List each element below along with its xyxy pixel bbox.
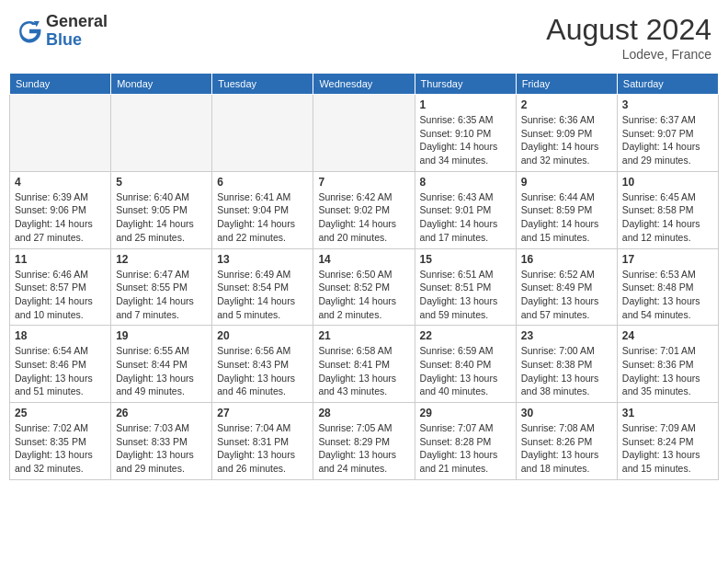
weekday-header-thursday: Thursday — [415, 74, 516, 95]
calendar-cell — [111, 95, 212, 172]
calendar-cell: 23Sunrise: 7:00 AM Sunset: 8:38 PM Dayli… — [516, 326, 617, 403]
calendar-cell: 17Sunrise: 6:53 AM Sunset: 8:48 PM Dayli… — [617, 248, 718, 326]
calendar-cell: 9Sunrise: 6:44 AM Sunset: 8:59 PM Daylig… — [516, 171, 617, 248]
calendar-cell: 1Sunrise: 6:35 AM Sunset: 9:10 PM Daylig… — [415, 95, 516, 172]
calendar-cell: 25Sunrise: 7:02 AM Sunset: 8:35 PM Dayli… — [10, 403, 111, 480]
day-info: Sunrise: 7:07 AM Sunset: 8:28 PM Dayligh… — [420, 421, 511, 476]
calendar-cell: 7Sunrise: 6:42 AM Sunset: 9:02 PM Daylig… — [313, 171, 415, 248]
day-info: Sunrise: 6:43 AM Sunset: 9:01 PM Dayligh… — [420, 190, 511, 245]
day-number: 15 — [420, 253, 511, 266]
day-number: 3 — [622, 98, 713, 111]
calendar-cell: 22Sunrise: 6:59 AM Sunset: 8:40 PM Dayli… — [415, 326, 516, 403]
day-number: 16 — [521, 253, 612, 266]
calendar-cell — [212, 95, 313, 172]
header: General Blue August 2024 Lodeve, France — [9, 9, 719, 65]
day-info: Sunrise: 6:50 AM Sunset: 8:52 PM Dayligh… — [318, 268, 409, 322]
week-row-1: 1Sunrise: 6:35 AM Sunset: 9:10 PM Daylig… — [10, 95, 719, 172]
day-number: 22 — [420, 329, 511, 342]
calendar-cell: 24Sunrise: 7:01 AM Sunset: 8:36 PM Dayli… — [617, 326, 718, 403]
day-info: Sunrise: 6:35 AM Sunset: 9:10 PM Dayligh… — [420, 113, 511, 167]
calendar-cell: 16Sunrise: 6:52 AM Sunset: 8:49 PM Dayli… — [516, 248, 617, 326]
day-number: 12 — [116, 253, 207, 266]
day-number: 29 — [420, 407, 511, 419]
day-number: 11 — [15, 253, 106, 266]
day-info: Sunrise: 7:09 AM Sunset: 8:24 PM Dayligh… — [622, 421, 713, 476]
day-number: 1 — [420, 98, 511, 111]
calendar-cell: 12Sunrise: 6:47 AM Sunset: 8:55 PM Dayli… — [111, 248, 212, 326]
calendar-cell: 21Sunrise: 6:58 AM Sunset: 8:41 PM Dayli… — [313, 326, 415, 403]
day-number: 28 — [318, 407, 409, 419]
day-number: 24 — [622, 329, 713, 342]
day-info: Sunrise: 6:59 AM Sunset: 8:40 PM Dayligh… — [420, 344, 511, 398]
day-number: 27 — [217, 407, 308, 419]
calendar-cell: 2Sunrise: 6:36 AM Sunset: 9:09 PM Daylig… — [516, 95, 617, 172]
week-row-5: 25Sunrise: 7:02 AM Sunset: 8:35 PM Dayli… — [10, 403, 719, 480]
calendar-cell: 18Sunrise: 6:54 AM Sunset: 8:46 PM Dayli… — [10, 326, 111, 403]
day-number: 17 — [622, 253, 713, 266]
location: Lodeve, France — [546, 47, 711, 62]
calendar-cell — [313, 95, 415, 172]
day-number: 19 — [116, 329, 207, 342]
day-number: 2 — [521, 98, 612, 111]
day-info: Sunrise: 7:03 AM Sunset: 8:33 PM Dayligh… — [116, 421, 207, 476]
calendar-cell: 3Sunrise: 6:37 AM Sunset: 9:07 PM Daylig… — [617, 95, 718, 172]
day-info: Sunrise: 7:04 AM Sunset: 8:31 PM Dayligh… — [217, 421, 308, 476]
calendar-cell: 5Sunrise: 6:40 AM Sunset: 9:05 PM Daylig… — [111, 171, 212, 248]
calendar-table: SundayMondayTuesdayWednesdayThursdayFrid… — [9, 73, 719, 480]
day-info: Sunrise: 7:08 AM Sunset: 8:26 PM Dayligh… — [521, 421, 612, 476]
day-number: 5 — [116, 176, 207, 189]
day-number: 23 — [521, 329, 612, 342]
calendar-cell: 20Sunrise: 6:56 AM Sunset: 8:43 PM Dayli… — [212, 326, 313, 403]
weekday-header-monday: Monday — [111, 74, 212, 95]
day-number: 10 — [622, 176, 713, 189]
weekday-header-wednesday: Wednesday — [313, 74, 415, 95]
day-info: Sunrise: 6:55 AM Sunset: 8:44 PM Dayligh… — [116, 344, 207, 398]
day-number: 13 — [217, 253, 308, 266]
calendar-cell: 11Sunrise: 6:46 AM Sunset: 8:57 PM Dayli… — [10, 248, 111, 326]
day-info: Sunrise: 6:52 AM Sunset: 8:49 PM Dayligh… — [521, 268, 612, 322]
weekday-header-saturday: Saturday — [617, 74, 718, 95]
day-info: Sunrise: 6:47 AM Sunset: 8:55 PM Dayligh… — [116, 268, 207, 322]
calendar-cell: 26Sunrise: 7:03 AM Sunset: 8:33 PM Dayli… — [111, 403, 212, 480]
day-info: Sunrise: 6:45 AM Sunset: 8:58 PM Dayligh… — [622, 190, 713, 245]
calendar-cell: 27Sunrise: 7:04 AM Sunset: 8:31 PM Dayli… — [212, 403, 313, 480]
day-info: Sunrise: 6:46 AM Sunset: 8:57 PM Dayligh… — [15, 268, 106, 322]
calendar-cell: 29Sunrise: 7:07 AM Sunset: 8:28 PM Dayli… — [415, 403, 516, 480]
day-info: Sunrise: 7:01 AM Sunset: 8:36 PM Dayligh… — [622, 344, 713, 398]
logo-icon — [17, 18, 42, 44]
calendar-cell: 8Sunrise: 6:43 AM Sunset: 9:01 PM Daylig… — [415, 171, 516, 248]
day-info: Sunrise: 6:36 AM Sunset: 9:09 PM Dayligh… — [521, 113, 612, 167]
calendar-cell: 30Sunrise: 7:08 AM Sunset: 8:26 PM Dayli… — [516, 403, 617, 480]
calendar-cell — [10, 95, 111, 172]
day-info: Sunrise: 6:53 AM Sunset: 8:48 PM Dayligh… — [622, 268, 713, 322]
day-number: 30 — [521, 407, 612, 419]
day-info: Sunrise: 7:02 AM Sunset: 8:35 PM Dayligh… — [15, 421, 106, 476]
week-row-2: 4Sunrise: 6:39 AM Sunset: 9:06 PM Daylig… — [10, 171, 719, 248]
weekday-header-friday: Friday — [516, 74, 617, 95]
week-row-4: 18Sunrise: 6:54 AM Sunset: 8:46 PM Dayli… — [10, 326, 719, 403]
day-info: Sunrise: 6:42 AM Sunset: 9:02 PM Dayligh… — [318, 190, 409, 245]
day-info: Sunrise: 6:54 AM Sunset: 8:46 PM Dayligh… — [15, 344, 106, 398]
day-number: 7 — [318, 176, 409, 189]
calendar-cell: 10Sunrise: 6:45 AM Sunset: 8:58 PM Dayli… — [617, 171, 718, 248]
day-info: Sunrise: 6:41 AM Sunset: 9:04 PM Dayligh… — [217, 190, 308, 245]
day-number: 18 — [15, 329, 106, 342]
weekday-header-sunday: Sunday — [10, 74, 111, 95]
day-number: 21 — [318, 329, 409, 342]
logo-blue-text: Blue — [46, 30, 82, 49]
calendar-cell: 31Sunrise: 7:09 AM Sunset: 8:24 PM Dayli… — [617, 403, 718, 480]
day-info: Sunrise: 6:51 AM Sunset: 8:51 PM Dayligh… — [420, 268, 511, 322]
day-info: Sunrise: 6:49 AM Sunset: 8:54 PM Dayligh… — [217, 268, 308, 322]
day-number: 20 — [217, 329, 308, 342]
day-info: Sunrise: 7:05 AM Sunset: 8:29 PM Dayligh… — [318, 421, 409, 476]
day-info: Sunrise: 6:37 AM Sunset: 9:07 PM Dayligh… — [622, 113, 713, 167]
calendar-cell: 28Sunrise: 7:05 AM Sunset: 8:29 PM Dayli… — [313, 403, 415, 480]
calendar-cell: 14Sunrise: 6:50 AM Sunset: 8:52 PM Dayli… — [313, 248, 415, 326]
day-number: 6 — [217, 176, 308, 189]
day-info: Sunrise: 6:44 AM Sunset: 8:59 PM Dayligh… — [521, 190, 612, 245]
calendar-cell: 6Sunrise: 6:41 AM Sunset: 9:04 PM Daylig… — [212, 171, 313, 248]
weekday-header-tuesday: Tuesday — [212, 74, 313, 95]
day-number: 26 — [116, 407, 207, 419]
week-row-3: 11Sunrise: 6:46 AM Sunset: 8:57 PM Dayli… — [10, 248, 719, 326]
logo: General Blue — [17, 13, 108, 50]
